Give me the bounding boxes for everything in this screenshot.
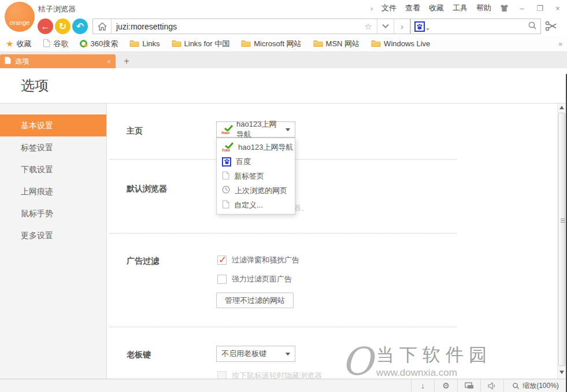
sidebar-item-gestures[interactable]: 鼠标手势 <box>0 202 106 224</box>
menu-help[interactable]: 帮助 <box>476 3 491 13</box>
toolbar: ← ↻ ↶ juzi:moresettings ☆ › <box>0 16 567 36</box>
folder-icon <box>313 39 323 49</box>
download-icon[interactable]: ↓ <box>411 379 434 392</box>
checkbox-checked-icon[interactable] <box>217 256 227 265</box>
hide-on-wheel-checkbox: 按下鼠标滚轮时隐藏浏览器 <box>217 371 322 379</box>
page-icon <box>222 200 229 210</box>
checkbox-unchecked-icon[interactable] <box>217 275 227 284</box>
boss-key-label: 老板键 <box>127 350 151 360</box>
settings-main: 主页 hao hao123上网导航 hao hao123上网导航 <box>108 103 557 379</box>
zoom-control[interactable]: 缩放(100%) <box>503 379 567 392</box>
windows-layout-icon[interactable] <box>457 379 480 392</box>
tab-close-icon[interactable]: × <box>106 57 111 66</box>
speaker-icon[interactable] <box>480 379 503 392</box>
bookmark-folder-links-china[interactable]: Links for 中国 <box>172 39 230 49</box>
boss-key-selected-value: 不启用老板键 <box>221 349 266 359</box>
checkbox-disabled-icon <box>217 371 227 379</box>
caret-down-icon <box>286 128 290 131</box>
scroll-up-icon[interactable] <box>559 106 564 109</box>
ad-filter-label: 广告过滤 <box>127 256 159 267</box>
settings-sidebar: 基本设置 标签设置 下载设置 上网痕迹 鼠标手势 更多设置 <box>0 103 107 379</box>
clock-icon <box>222 186 230 195</box>
baidu-paw-icon <box>222 157 231 167</box>
menu-view[interactable]: 查看 <box>405 3 420 13</box>
tab-label: 选项 <box>15 57 102 66</box>
tab-options[interactable]: 选项 × <box>0 54 116 68</box>
bookmark-favorites[interactable]: ★ 收藏 <box>6 39 31 49</box>
dropdown-option-lastpage[interactable]: 上次浏览的网页 <box>217 183 295 198</box>
caret-down-icon <box>286 353 290 356</box>
menu-bar: › 文件 查看 收藏 工具 帮助 – ❐ × <box>370 0 562 16</box>
content-area: 基本设置 标签设置 下载设置 上网痕迹 鼠标手势 更多设置 主页 hao hao… <box>0 103 567 379</box>
folder-icon <box>241 39 251 49</box>
scissors-screenshot-icon[interactable] <box>544 20 558 34</box>
search-input[interactable] <box>410 19 541 34</box>
minimize-icon[interactable]: – <box>517 4 527 13</box>
homepage-select[interactable]: hao hao123上网导航 <box>216 121 295 138</box>
manage-unfiltered-sites-button[interactable]: 管理不过滤的网站 <box>216 293 294 308</box>
refresh-button[interactable]: ↻ <box>55 19 71 34</box>
baidu-paw-icon <box>414 21 425 32</box>
scrollbar-thumb[interactable] <box>558 113 565 366</box>
ring-icon <box>80 40 87 47</box>
force-filter-checkbox[interactable]: 强力过滤页面广告 <box>217 274 292 284</box>
bookmark-folder-microsoft[interactable]: Microsoft 网站 <box>241 39 301 49</box>
go-arrow-icon[interactable]: › <box>394 19 410 34</box>
sidebar-item-traces[interactable]: 上网痕迹 <box>0 180 106 202</box>
title-bar: orange 桔子浏览器 › 文件 查看 收藏 工具 帮助 – ❐ × <box>0 0 567 16</box>
orange-logo[interactable]: orange <box>5 2 35 32</box>
bookmarks-bar: ★ 收藏 谷歌 360搜索 Links Links for 中国 Microso… <box>0 36 567 52</box>
maximize-icon[interactable]: ❐ <box>535 4 544 13</box>
filter-popups-checkbox[interactable]: 过滤弹窗和骚扰广告 <box>217 255 299 265</box>
search-icon[interactable] <box>528 21 537 32</box>
sidebar-item-download[interactable]: 下载设置 <box>0 158 106 180</box>
bookmark-folder-windows-live[interactable]: Windows Live <box>371 39 430 49</box>
divider <box>110 327 457 327</box>
homepage-dropdown: hao hao123上网导航 百度 新标签页 上次浏览的网页 <box>216 138 295 215</box>
divider <box>110 233 457 234</box>
boss-key-select[interactable]: 不启用老板键 <box>216 346 295 362</box>
sidebar-item-basic[interactable]: 基本设置 <box>0 114 106 136</box>
back-button[interactable]: ← <box>38 19 53 34</box>
tab-bar: 选项 × + <box>0 52 567 68</box>
bookmark-360search[interactable]: 360搜索 <box>80 39 118 49</box>
folder-icon <box>129 39 139 49</box>
bookmark-folder-links[interactable]: Links <box>129 39 160 49</box>
url-text[interactable]: juzi:moresettings <box>112 19 360 34</box>
skin-shirt-icon[interactable] <box>500 4 509 12</box>
hao123-icon: hao <box>221 125 233 135</box>
folder-icon <box>172 39 181 49</box>
scroll-down-icon[interactable] <box>559 371 564 374</box>
scrollbar-grip <box>561 219 565 224</box>
engine-caret-icon <box>426 28 429 31</box>
menu-chevron-icon[interactable]: › <box>370 4 373 13</box>
hidden-text-fragment: 器。 <box>294 203 309 213</box>
new-tab-button[interactable]: + <box>120 56 133 67</box>
gear-icon[interactable]: ⚙ <box>434 379 457 392</box>
menu-tools[interactable]: 工具 <box>453 3 468 13</box>
bookmark-star-icon[interactable]: ☆ <box>360 19 377 34</box>
url-dropdown-icon[interactable] <box>377 19 394 34</box>
dropdown-option-newtab[interactable]: 新标签页 <box>217 169 295 183</box>
close-icon[interactable]: × <box>553 4 562 13</box>
sidebar-item-tabs[interactable]: 标签设置 <box>0 136 106 158</box>
sidebar-item-more[interactable]: 更多设置 <box>0 224 106 246</box>
menu-file[interactable]: 文件 <box>381 3 396 13</box>
folder-icon <box>371 39 381 49</box>
home-icon[interactable] <box>93 19 112 34</box>
magnifier-icon <box>512 382 520 390</box>
page-title: 选项 <box>21 76 49 95</box>
window-title: 桔子浏览器 <box>38 4 76 14</box>
address-bar[interactable]: juzi:moresettings ☆ › <box>92 19 410 34</box>
dropdown-option-custom[interactable]: 自定义... <box>217 198 295 212</box>
dropdown-option-baidu[interactable]: 百度 <box>217 154 295 169</box>
menu-favorites[interactable]: 收藏 <box>429 3 444 13</box>
search-engine-selector[interactable] <box>414 21 429 32</box>
default-browser-label: 默认浏览器 <box>127 184 167 194</box>
dropdown-option-hao123[interactable]: hao hao123上网导航 <box>217 140 295 154</box>
undo-close-button[interactable]: ↶ <box>72 19 88 34</box>
vertical-scrollbar[interactable] <box>557 103 566 379</box>
bookmarks-overflow-icon[interactable]: » <box>558 40 562 48</box>
bookmark-folder-msn[interactable]: MSN 网站 <box>313 39 360 49</box>
bookmark-google[interactable]: 谷歌 <box>43 39 68 49</box>
